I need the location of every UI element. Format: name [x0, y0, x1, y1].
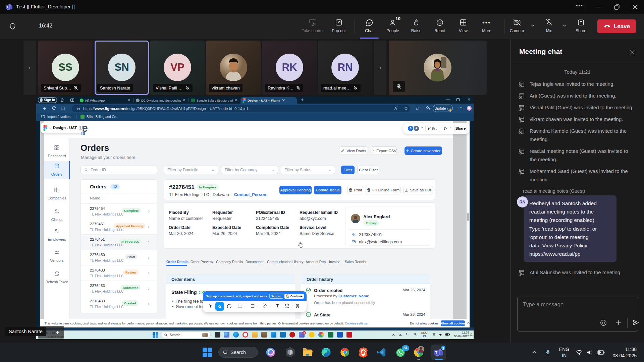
svg-text:T: T — [7, 6, 8, 9]
svg-text:T: T — [435, 351, 437, 355]
